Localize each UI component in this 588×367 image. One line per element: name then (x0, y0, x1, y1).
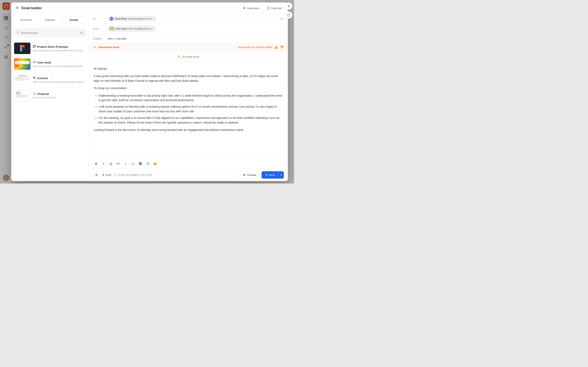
email-footer: 🗑 Draft Emails are logged in your CRM (89, 169, 288, 181)
asset-info-figma: Product Demo Prototype https://www.figma… (33, 45, 86, 52)
proposal-line-1 (16, 95, 29, 95)
asset-name-figma: Product Demo Prototype (37, 45, 68, 48)
svg-point-30 (111, 29, 113, 31)
asset-item-contract[interactable]: SIMPLE CONTRACT (14, 72, 86, 88)
inspiration-button[interactable]: Inspiration (241, 5, 261, 11)
underline-button[interactable]: U (108, 160, 114, 167)
from-chip-liam[interactable]: Liam Hood liam.hood@acme.inc × (108, 26, 156, 32)
send-main[interactable]: Send (261, 172, 278, 178)
attachment-toolbar-button[interactable]: 📎 (130, 160, 136, 167)
preview-button[interactable]: Preview (239, 172, 260, 178)
asset-item-figma[interactable]: Product Demo Prototype https://www.figma… (14, 41, 86, 56)
liam-name: Liam Hood (115, 27, 127, 30)
remove-olivia-button[interactable]: × (153, 17, 154, 20)
close-modal-button[interactable]: ✕ (285, 2, 292, 10)
to-field-row: To OR Olivia Rhye olivia.rhye@acme.inc ×… (89, 14, 288, 24)
asset-icon-row-google: Case study (33, 61, 86, 64)
email-body[interactable]: Hi Gabriel, It was great connecting with… (89, 62, 288, 159)
svg-point-32 (243, 174, 245, 175)
thumbs-down-button[interactable]: 👎 (280, 45, 284, 49)
email-toolbar: B I U </> ≡ 📎 🖼 🔗 😊 (89, 159, 288, 169)
email-greeting: Hi Gabriel, (94, 67, 283, 71)
modal-header-actions: Inspiration Deal info (241, 5, 284, 11)
from-field-row: From Liam Hood liam.hood@ac (89, 24, 288, 34)
contract-visual: SIMPLE CONTRACT (14, 74, 30, 85)
figma-visual (14, 43, 30, 54)
generated-label: Generated email (99, 46, 119, 49)
asset-name-google: Case study (37, 61, 51, 64)
rewrite-button[interactable]: ✏️ Re-write email (174, 54, 202, 60)
olivia-email: olivia.rhye@acme.inc (128, 17, 151, 20)
asset-url-contract: https://www.dropbox.com/scl/fi/jzxl2vnt8… (33, 81, 86, 83)
send-dropdown-button[interactable]: ▾ (278, 172, 284, 178)
svg-rect-19 (22, 45, 25, 47)
svg-point-29 (111, 27, 113, 29)
subject-input[interactable] (108, 37, 284, 40)
contract-header: SIMPLE CONTRACT (15, 75, 29, 76)
add-asset-button[interactable]: + (78, 30, 84, 36)
inspiration-label: Inspiration (247, 7, 259, 10)
rate-label: How would you rate this email? (238, 46, 272, 49)
cc-button[interactable]: Cc (281, 17, 284, 20)
email-bullets: Implementing a meeting transcriber is to… (94, 93, 283, 125)
asset-item-google[interactable]: Case to add a slide (14, 56, 86, 72)
asset-item-proposal[interactable]: Business Proposal 📎 Proposal (14, 88, 86, 103)
send-button[interactable]: Send ▾ (261, 171, 284, 179)
asset-icon-row-figma: Product Demo Prototype (33, 45, 86, 49)
delete-button[interactable]: 🗑 (93, 171, 100, 179)
remove-liam-button[interactable]: × (153, 27, 154, 30)
svg-rect-25 (33, 47, 34, 48)
link-button[interactable]: 🔗 (144, 160, 151, 167)
svg-rect-20 (20, 47, 22, 50)
generated-email-banner: ⚡ Generated email How would you rate thi… (89, 43, 288, 51)
email-para1: It was great connecting with you both ea… (94, 74, 283, 83)
tab-assets[interactable]: Assets (62, 17, 86, 23)
to-field-content: OR Olivia Rhye olivia.rhye@acme.inc × (108, 16, 278, 21)
image-button[interactable]: 🖼 (137, 160, 144, 167)
contract-line-4 (15, 78, 24, 79)
tab-templates[interactable]: Templates (14, 17, 38, 23)
emoji-button[interactable]: 😊 (152, 160, 158, 167)
asset-icon-row-proposal: 📎 Proposal (33, 92, 86, 95)
left-panel: Templates Snippets Assets + (11, 14, 89, 181)
contract-line-6 (15, 80, 29, 80)
deal-info-label: Deal info (271, 7, 282, 10)
attachment-icon: 📎 (33, 92, 36, 95)
italic-button[interactable]: I (100, 160, 107, 167)
proposal-line-4 (16, 97, 29, 97)
svg-rect-24 (34, 45, 36, 47)
list-button[interactable]: ≡ (122, 160, 129, 167)
subject-field-row: Subject (89, 34, 288, 43)
subject-field-label: Subject (93, 37, 105, 40)
email-closing: Looking forward to the discussion on Mon… (94, 128, 283, 132)
svg-rect-14 (16, 8, 18, 8)
expand-modal-button[interactable] (285, 11, 292, 19)
google-service-icon (33, 61, 36, 64)
svg-point-27 (34, 62, 35, 63)
proposal-business-title: Business (16, 92, 29, 93)
asset-thumbnail-figma (14, 43, 30, 54)
search-input[interactable] (21, 31, 77, 34)
bold-button[interactable]: B (93, 160, 99, 167)
email-bullet-1: Implementing a meeting transcriber is to… (99, 93, 283, 103)
sidebar-toggle-icon[interactable] (15, 6, 19, 11)
asset-url-google: https://docs.google.com/presentation/d/1… (33, 65, 86, 67)
deal-info-button[interactable]: Deal info (265, 5, 284, 11)
contract-line-1 (15, 76, 29, 77)
email-recap: To recap our conversation: (94, 86, 283, 90)
proposal-line-5 (16, 97, 27, 98)
crm-label: Emails are logged in your CRM (118, 174, 152, 176)
svg-rect-23 (33, 45, 34, 47)
tab-snippets[interactable]: Snippets (38, 17, 62, 23)
code-button[interactable]: </> (115, 160, 121, 167)
footer-right: Preview Send ▾ (239, 171, 284, 179)
from-field-content: Liam Hood liam.hood@acme.inc × (108, 26, 284, 32)
asset-url-proposal: business_proposal.pdf (33, 96, 86, 99)
thumbs-up-button[interactable]: 👍 (274, 45, 278, 49)
svg-rect-22 (20, 49, 22, 52)
subject-field-content (108, 37, 284, 40)
search-icon (17, 31, 19, 35)
recipient-chip-olivia[interactable]: OR Olivia Rhye olivia.rhye@acme.inc × (108, 16, 156, 21)
asset-thumbnail-proposal: Business Proposal (14, 90, 30, 101)
asset-thumbnail-google: Case to add a slide (14, 58, 30, 70)
